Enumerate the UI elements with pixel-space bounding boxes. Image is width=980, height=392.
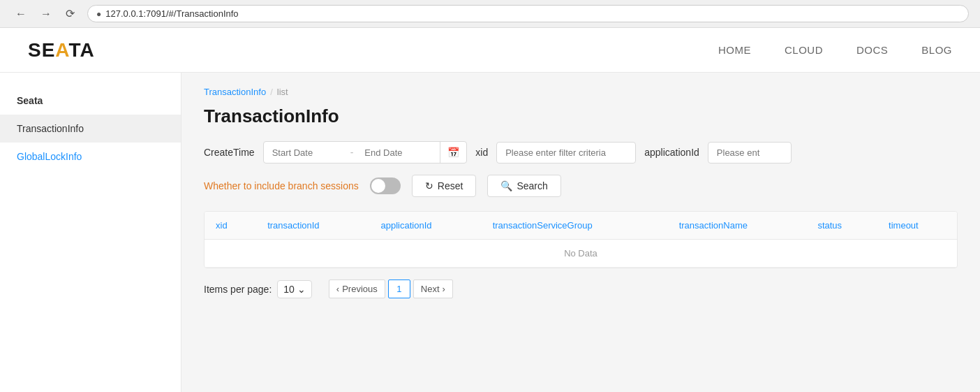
filter-row-2: Whether to include branch sessions ↻ Res…: [204, 175, 958, 197]
url-text: 127.0.0.1:7091/#/TransactionInfo: [105, 8, 238, 19]
xid-input[interactable]: [496, 142, 636, 164]
top-nav: SEATA HOME CLOUD DOCS BLOG: [0, 28, 980, 73]
col-xid: xid: [205, 212, 256, 240]
start-date-input[interactable]: [264, 143, 348, 163]
table-body: No Data: [205, 240, 957, 268]
items-per-page-label: Items per page:: [204, 284, 272, 295]
application-id-input[interactable]: [708, 142, 792, 164]
breadcrumb-separator: /: [270, 87, 273, 97]
previous-label: Previous: [342, 284, 378, 294]
data-table: xid transactionId applicationId transact…: [205, 212, 957, 268]
table-header-row: xid transactionId applicationId transact…: [205, 212, 957, 240]
breadcrumb: TransactionInfo / list: [204, 87, 958, 97]
sidebar-item-global-lock-info[interactable]: GlobalLockInfo: [0, 143, 181, 170]
create-time-label: CreateTime: [204, 147, 255, 158]
nav-cloud[interactable]: CLOUD: [785, 44, 823, 56]
col-status: status: [806, 212, 877, 240]
items-per-page: Items per page: 10 ⌄: [204, 280, 312, 298]
sidebar: Seata TransactionInfo GlobalLockInfo: [0, 73, 181, 392]
col-transaction-name: transactionName: [668, 212, 807, 240]
lock-icon: ●: [96, 9, 101, 19]
col-timeout: timeout: [877, 212, 957, 240]
no-data-cell: No Data: [205, 240, 957, 268]
reset-label: Reset: [438, 180, 463, 191]
table-header: xid transactionId applicationId transact…: [205, 212, 957, 240]
nav-links: HOME CLOUD DOCS BLOG: [718, 44, 952, 56]
chevron-down-icon: ⌄: [297, 284, 306, 295]
browser-nav: ← → ⟳: [11, 6, 79, 22]
search-button[interactable]: 🔍 Search: [487, 175, 560, 197]
table-container: xid transactionId applicationId transact…: [204, 211, 958, 268]
date-separator: -: [348, 147, 357, 158]
reset-icon: ↻: [425, 180, 433, 191]
branch-sessions-toggle[interactable]: [370, 177, 401, 194]
page-1-button[interactable]: 1: [388, 280, 410, 298]
prev-chevron-icon: ‹: [336, 284, 339, 294]
page-title: TransactionInfo: [204, 106, 958, 127]
browser-bar: ← → ⟳ ● 127.0.0.1:7091/#/TransactionInfo: [0, 0, 980, 28]
reset-button[interactable]: ↻ Reset: [412, 175, 477, 197]
nav-home[interactable]: HOME: [718, 44, 751, 56]
date-range-picker[interactable]: - 📅: [263, 141, 468, 164]
breadcrumb-parent[interactable]: TransactionInfo: [204, 87, 266, 97]
previous-button[interactable]: ‹ Previous: [329, 280, 385, 298]
forward-button[interactable]: →: [36, 6, 56, 22]
nav-docs[interactable]: DOCS: [856, 44, 888, 56]
main-content: TransactionInfo / list TransactionInfo C…: [181, 73, 980, 392]
col-transaction-id: transactionId: [256, 212, 369, 240]
pagination: Items per page: 10 ⌄ ‹ Previous 1 Next ›: [204, 280, 958, 298]
app-layout: Seata TransactionInfo GlobalLockInfo Tra…: [0, 73, 980, 392]
per-page-select[interactable]: 10 ⌄: [277, 280, 312, 298]
xid-label: xid: [475, 147, 488, 158]
calendar-icon[interactable]: 📅: [440, 142, 466, 163]
search-label: Search: [517, 180, 547, 191]
breadcrumb-current: list: [277, 87, 288, 97]
reload-button[interactable]: ⟳: [61, 6, 79, 22]
sidebar-item-seata: Seata: [0, 87, 181, 115]
logo: SEATA: [28, 39, 95, 61]
back-button[interactable]: ←: [11, 6, 31, 22]
next-label: Next: [421, 284, 440, 294]
page-nav: ‹ Previous 1 Next ›: [329, 280, 453, 298]
end-date-input[interactable]: [356, 143, 440, 163]
search-icon: 🔍: [500, 180, 512, 191]
col-transaction-service-group: transactionServiceGroup: [482, 212, 668, 240]
col-application-id: applicationId: [370, 212, 482, 240]
filter-row-1: CreateTime - 📅 xid applicationId: [204, 141, 958, 164]
next-chevron-icon: ›: [443, 284, 445, 294]
per-page-value: 10: [283, 284, 295, 295]
application-id-label: applicationId: [644, 147, 699, 158]
address-bar[interactable]: ● 127.0.0.1:7091/#/TransactionInfo: [87, 5, 969, 22]
next-button[interactable]: Next ›: [413, 280, 453, 298]
no-data-row: No Data: [205, 240, 957, 268]
branch-sessions-label: Whether to include branch sessions: [204, 180, 359, 191]
nav-blog[interactable]: BLOG: [921, 44, 952, 56]
sidebar-item-transaction-info[interactable]: TransactionInfo: [0, 115, 181, 143]
